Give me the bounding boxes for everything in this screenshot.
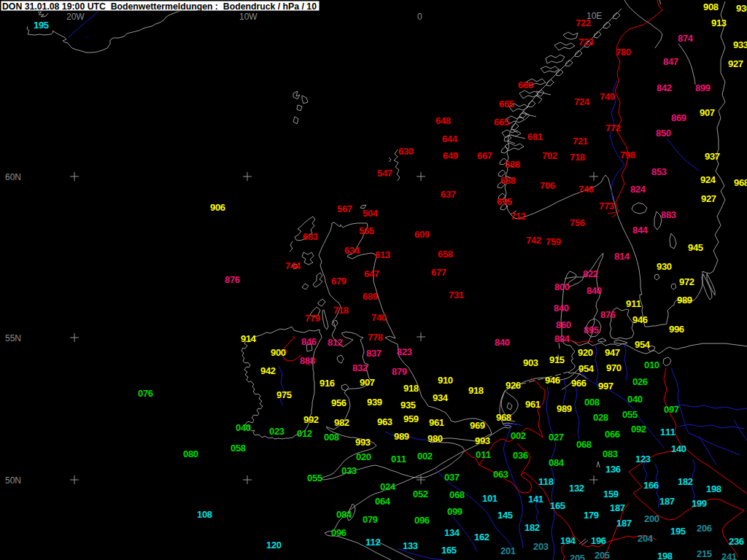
svg-text:068: 068 <box>449 489 465 500</box>
svg-text:969: 969 <box>470 420 485 431</box>
svg-text:023: 023 <box>269 426 285 437</box>
svg-text:884: 884 <box>554 333 570 344</box>
svg-text:876: 876 <box>600 309 616 320</box>
svg-text:812: 812 <box>328 337 343 348</box>
svg-text:027: 027 <box>549 432 564 443</box>
svg-text:644: 644 <box>442 133 458 144</box>
svg-text:111: 111 <box>660 427 676 438</box>
svg-text:658: 658 <box>438 249 453 260</box>
svg-text:840: 840 <box>495 337 510 348</box>
svg-text:930: 930 <box>657 261 672 272</box>
svg-text:201: 201 <box>500 545 516 556</box>
svg-text:916: 916 <box>320 378 335 389</box>
svg-text:933: 933 <box>733 39 747 50</box>
svg-text:052: 052 <box>413 489 428 499</box>
svg-text:083: 083 <box>603 448 618 459</box>
svg-text:118: 118 <box>538 476 554 487</box>
svg-text:182: 182 <box>678 476 693 487</box>
svg-text:993: 993 <box>355 437 371 448</box>
svg-text:879: 879 <box>392 366 407 377</box>
svg-text:749: 749 <box>600 91 615 102</box>
svg-text:913: 913 <box>711 18 727 28</box>
svg-text:915: 915 <box>549 354 565 365</box>
svg-text:888: 888 <box>300 355 315 366</box>
svg-text:876: 876 <box>225 274 240 285</box>
svg-text:123: 123 <box>635 454 651 464</box>
svg-text:096: 096 <box>414 515 430 526</box>
svg-text:637: 637 <box>441 189 456 200</box>
svg-text:630: 630 <box>398 146 414 157</box>
svg-text:195: 195 <box>34 20 49 31</box>
svg-text:198: 198 <box>657 551 673 560</box>
svg-text:954: 954 <box>635 339 651 350</box>
svg-text:200: 200 <box>644 513 659 524</box>
svg-text:927: 927 <box>728 58 743 69</box>
svg-text:668: 668 <box>518 79 533 90</box>
svg-text:162: 162 <box>474 532 489 542</box>
svg-text:963: 963 <box>377 416 392 427</box>
svg-text:145: 145 <box>498 510 513 521</box>
svg-text:681: 681 <box>527 131 543 142</box>
svg-text:695: 695 <box>497 196 512 207</box>
svg-text:961: 961 <box>525 399 541 410</box>
svg-text:204: 204 <box>638 533 654 544</box>
svg-text:236: 236 <box>729 536 744 547</box>
svg-text:055: 055 <box>622 409 638 420</box>
svg-text:906: 906 <box>210 202 225 213</box>
svg-text:182: 182 <box>525 522 540 533</box>
svg-text:092: 092 <box>631 424 646 435</box>
svg-text:011: 011 <box>476 449 491 460</box>
svg-text:823: 823 <box>397 346 412 357</box>
svg-text:869: 869 <box>671 112 686 123</box>
svg-text:565: 565 <box>359 225 374 236</box>
svg-text:667: 667 <box>477 150 492 161</box>
svg-text:008: 008 <box>324 432 339 443</box>
svg-text:997: 997 <box>598 381 614 392</box>
svg-text:993: 993 <box>475 435 490 446</box>
svg-text:033: 033 <box>341 465 357 476</box>
svg-text:956: 956 <box>331 397 347 408</box>
svg-text:780: 780 <box>616 47 631 58</box>
svg-text:722: 722 <box>576 18 591 28</box>
svg-text:946: 946 <box>632 314 648 325</box>
svg-text:101: 101 <box>482 493 498 504</box>
svg-text:206: 206 <box>697 523 712 534</box>
svg-text:187: 187 <box>610 502 625 513</box>
svg-text:883: 883 <box>661 209 676 220</box>
svg-text:918: 918 <box>403 383 419 394</box>
svg-text:800: 800 <box>554 281 570 292</box>
svg-text:159: 159 <box>603 489 619 499</box>
svg-text:910: 910 <box>438 375 453 386</box>
svg-text:187: 187 <box>659 496 675 507</box>
svg-text:968: 968 <box>734 177 747 188</box>
svg-text:954: 954 <box>578 363 595 374</box>
svg-text:097: 097 <box>664 404 679 415</box>
svg-text:012: 012 <box>297 428 312 439</box>
svg-text:108: 108 <box>197 509 212 520</box>
svg-text:036: 036 <box>513 450 528 461</box>
svg-text:134: 134 <box>444 527 460 538</box>
svg-text:084: 084 <box>549 457 565 468</box>
svg-text:847: 847 <box>663 56 678 67</box>
svg-text:961: 961 <box>429 417 444 428</box>
svg-text:609: 609 <box>414 229 430 240</box>
svg-text:746: 746 <box>578 184 594 195</box>
svg-text:024: 024 <box>380 481 396 492</box>
svg-text:945: 945 <box>688 242 703 253</box>
svg-text:989: 989 <box>677 295 692 306</box>
svg-text:040: 040 <box>627 394 643 405</box>
svg-text:959: 959 <box>403 413 419 424</box>
svg-text:798: 798 <box>620 149 635 160</box>
svg-text:756: 756 <box>570 217 585 228</box>
svg-text:084: 084 <box>336 509 352 520</box>
svg-text:918: 918 <box>468 385 484 396</box>
svg-text:199: 199 <box>692 498 707 509</box>
svg-text:996: 996 <box>669 324 684 335</box>
svg-text:689: 689 <box>363 291 378 302</box>
svg-text:778: 778 <box>368 332 383 343</box>
svg-text:020: 020 <box>356 451 371 462</box>
svg-text:731: 731 <box>449 289 464 300</box>
svg-text:911: 911 <box>626 298 641 309</box>
svg-text:0: 0 <box>417 12 422 22</box>
svg-text:099: 099 <box>447 506 462 517</box>
